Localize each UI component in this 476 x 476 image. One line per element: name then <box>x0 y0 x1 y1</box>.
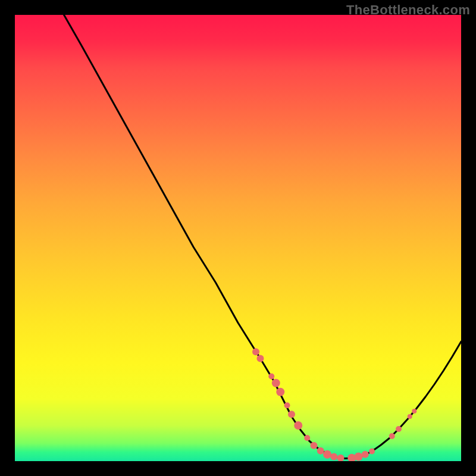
data-marker <box>389 433 395 439</box>
data-marker <box>276 388 284 396</box>
data-marker <box>252 348 259 355</box>
data-marker <box>412 409 416 414</box>
curve-group <box>64 15 462 459</box>
data-marker <box>355 453 363 461</box>
data-marker <box>294 421 302 430</box>
data-marker <box>304 435 310 441</box>
data-marker <box>323 450 331 459</box>
data-marker <box>317 447 324 455</box>
data-marker <box>257 355 264 362</box>
data-marker <box>337 455 345 461</box>
watermark-label: TheBottleneck.com <box>346 2 470 18</box>
data-marker <box>369 449 375 455</box>
data-marker <box>284 402 290 408</box>
data-marker <box>408 414 412 419</box>
data-marker <box>330 453 337 461</box>
bottleneck-curve <box>64 15 462 459</box>
data-marker <box>268 374 274 380</box>
data-marker <box>311 442 318 449</box>
curve-layer <box>15 15 461 461</box>
data-marker <box>396 426 402 432</box>
data-marker <box>288 411 295 418</box>
chart-container: TheBottleneck.com <box>0 0 476 476</box>
marker-group <box>252 348 416 461</box>
plot-area <box>15 15 461 461</box>
data-marker <box>362 451 369 458</box>
data-marker <box>272 379 280 387</box>
